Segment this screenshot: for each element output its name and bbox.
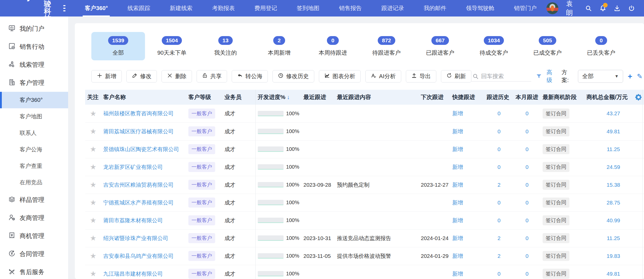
customer-name-link[interactable]: 福州鼓楼区教育咨询有限公司 <box>103 110 174 116</box>
favorite-star-icon[interactable]: ★ <box>87 269 99 278</box>
favorite-star-icon[interactable]: ★ <box>87 198 99 207</box>
删除-button[interactable]: 删除 <box>162 70 192 83</box>
sidebar-item-线索管理[interactable]: 线索管理 <box>0 56 68 74</box>
month-followup-count[interactable]: 0 <box>516 235 538 241</box>
opportunity-amount-link[interactable]: 15.38 <box>586 182 640 188</box>
column-header-开发进度%[interactable]: 开发进度%↓ <box>255 90 301 105</box>
favorite-star-icon[interactable]: ★ <box>87 180 99 189</box>
topnav-item-销管门户[interactable]: 销管门户 <box>504 0 546 17</box>
column-header-跟进历史[interactable]: 跟进历史 <box>485 90 513 105</box>
month-followup-count[interactable]: 0 <box>516 164 538 170</box>
search-icon[interactable] <box>585 4 592 12</box>
user-avatar[interactable] <box>546 2 558 14</box>
followup-history-count[interactable]: 0 <box>487 128 511 135</box>
favorite-star-icon[interactable]: ★ <box>87 234 99 242</box>
导出-button[interactable]: 导出 <box>406 70 436 83</box>
quick-followup-link[interactable]: 新增 <box>452 164 463 170</box>
sidebar-item-友商管理[interactable]: vs友商管理 <box>0 209 68 227</box>
month-followup-count[interactable]: 0 <box>516 200 538 206</box>
sidebar-subitem-客户360°[interactable]: 客户360° <box>0 92 68 108</box>
download-icon[interactable] <box>614 4 620 12</box>
topnav-item-跟进记录[interactable]: 跟进记录 <box>372 0 414 17</box>
favorite-star-icon[interactable]: ★ <box>87 127 99 136</box>
followup-history-count[interactable]: 2 <box>487 182 511 188</box>
followup-history-count[interactable]: 2 <box>487 235 511 241</box>
column-header-关注[interactable]: 关注 <box>85 90 101 105</box>
customer-name-link[interactable]: 宁德蕉城区水产养殖有限公司 <box>103 200 174 206</box>
month-followup-count[interactable]: 0 <box>516 110 538 117</box>
month-followup-count[interactable]: 0 <box>516 182 538 188</box>
bell-icon[interactable] <box>600 4 606 12</box>
sidebar-subitem-联系人[interactable]: 联系人 <box>0 125 68 141</box>
followup-history-count[interactable]: 0 <box>487 110 511 117</box>
column-header-本月跟进[interactable]: 本月跟进 <box>513 90 541 105</box>
quick-followup-link[interactable]: 新增 <box>452 235 463 241</box>
column-header-客户等级[interactable]: 客户等级 <box>186 90 222 105</box>
quick-followup-link[interactable]: 新增 <box>452 271 463 277</box>
stat-card-全部[interactable]: 1539全部 <box>91 32 145 60</box>
advanced-filter-link[interactable]: 高级 <box>546 69 557 84</box>
favorite-star-icon[interactable]: ★ <box>87 109 99 118</box>
column-header-最近跟进内容[interactable]: 最近跟进内容 <box>335 90 419 105</box>
stat-card-已成交客户[interactable]: 505已成交客户 <box>521 32 574 60</box>
AI分析-button[interactable]: AI分析 <box>365 70 401 83</box>
quick-followup-link[interactable]: 新增 <box>452 110 463 116</box>
edit-scheme-button[interactable]: ✎ <box>637 73 642 80</box>
customer-name-link[interactable]: 龙岩新罗区矿业有限公司 <box>103 164 163 170</box>
sidebar-item-销售行动[interactable]: 销售行动 <box>0 38 68 56</box>
column-header-最新商机阶段[interactable]: 最新商机阶段 <box>541 90 584 105</box>
customer-name-link[interactable]: 吉安吉州区粮油贸易有限公司 <box>103 182 174 188</box>
username[interactable]: 袁朗 <box>566 0 577 17</box>
column-header-最近跟进[interactable]: 最近跟进 <box>301 90 335 105</box>
customer-name-link[interactable]: 莆田市荔隆木材有限公司 <box>103 217 163 223</box>
menu-toggle-icon[interactable] <box>63 5 66 11</box>
stat-card-待跟进客户[interactable]: 872待跟进客户 <box>360 32 413 60</box>
quick-followup-link[interactable]: 新增 <box>452 217 463 223</box>
favorite-star-icon[interactable]: ★ <box>87 163 99 171</box>
topnav-item-销售报告[interactable]: 销售报告 <box>329 0 372 17</box>
quick-followup-link[interactable]: 新增 <box>452 182 463 188</box>
opportunity-amount-link[interactable]: 49.81 <box>586 128 640 135</box>
stat-card-我关注的[interactable]: 13我关注的 <box>199 32 252 60</box>
topnav-item-新建线索[interactable]: 新建线索 <box>160 0 202 17</box>
column-header-下次跟进[interactable]: 下次跟进 <box>419 90 450 105</box>
quick-followup-link[interactable]: 新增 <box>452 128 463 134</box>
app-logo[interactable]: Bajun 八骏科技 Anyone,Anytime,Anywhere! <box>0 0 61 26</box>
opportunity-amount-link[interactable]: 43.27 <box>586 110 640 117</box>
quick-followup-link[interactable]: 新增 <box>452 146 463 152</box>
power-icon[interactable] <box>628 4 635 12</box>
followup-history-count[interactable]: 0 <box>487 271 511 277</box>
followup-history-count[interactable]: 0 <box>487 164 511 170</box>
followup-history-count[interactable]: 2 <box>487 253 511 259</box>
quick-followup-link[interactable]: 新增 <box>452 253 463 259</box>
topnav-item-签到地图[interactable]: 签到地图 <box>287 0 329 17</box>
column-header-客户名称[interactable]: 客户名称 <box>101 90 186 105</box>
sidebar-subitem-客户查重[interactable]: 客户查重 <box>0 158 68 174</box>
sidebar-item-商机管理[interactable]: 商机管理 <box>0 227 68 245</box>
sidebar-item-客户管理[interactable]: 客户管理 <box>0 74 68 92</box>
opportunity-amount-link[interactable]: 19.83 <box>586 253 640 259</box>
column-header-业务员[interactable]: 业务员 <box>222 90 255 105</box>
刷新-button[interactable]: 刷新 <box>441 70 471 83</box>
topnav-item-费用登记[interactable]: 费用登记 <box>245 0 287 17</box>
month-followup-count[interactable]: 0 <box>516 128 538 135</box>
favorite-star-icon[interactable]: ★ <box>87 216 99 225</box>
month-followup-count[interactable]: 0 <box>516 217 538 224</box>
month-followup-count[interactable]: 0 <box>516 146 538 152</box>
column-header-快捷跟进[interactable]: 快捷跟进 <box>450 90 485 105</box>
opportunity-amount-link[interactable]: 11.25 <box>586 235 640 241</box>
sort-desc-icon[interactable]: ↓ <box>287 94 290 100</box>
topnav-item-考勤报表[interactable]: 考勤报表 <box>202 0 245 17</box>
month-followup-count[interactable]: 0 <box>516 253 538 259</box>
column-settings-gear-icon[interactable] <box>635 93 642 101</box>
opportunity-amount-link[interactable]: 49.81 <box>586 271 640 277</box>
scheme-select[interactable]: 全部 ▼ <box>578 70 623 83</box>
favorite-star-icon[interactable]: ★ <box>87 145 99 153</box>
sidebar-subitem-客户公海[interactable]: 客户公海 <box>0 141 68 158</box>
search-input[interactable] <box>481 73 530 80</box>
filter-funnel-icon[interactable] <box>536 73 542 80</box>
column-header-商机总金额/万元[interactable]: 商机总金额/万元 <box>584 90 642 105</box>
favorite-star-icon[interactable]: ★ <box>87 252 99 260</box>
topnav-item-我的邮件[interactable]: 我的邮件 <box>414 0 456 17</box>
图表分析-button[interactable]: 图表分析 <box>319 70 361 83</box>
